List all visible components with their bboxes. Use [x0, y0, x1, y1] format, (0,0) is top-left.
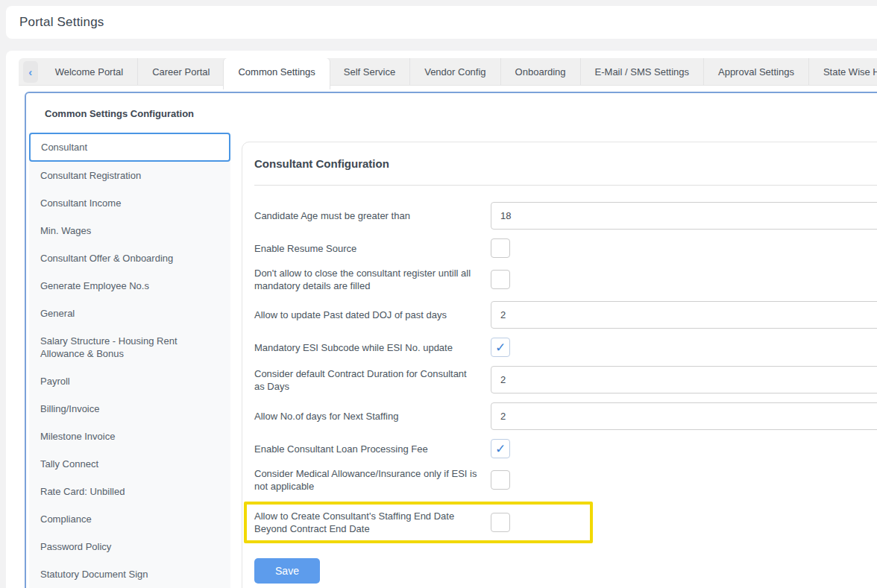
field-control — [491, 270, 877, 289]
sidebar-item-payroll[interactable]: Payroll — [29, 367, 230, 395]
sidebar-item-generate-employee-no-s[interactable]: Generate Employee No.s — [29, 272, 230, 300]
field-label: Enable Consultant Loan Processing Fee — [254, 443, 491, 455]
tab-label: Approval Settings — [718, 66, 794, 78]
tab-approval-settings[interactable]: Approval Settings — [703, 58, 808, 85]
tab-bar-tabs: Welcome Portal Career Portal Common Sett… — [41, 58, 877, 85]
sidebar-item-consultant-income[interactable]: Consultant Income — [29, 189, 230, 217]
text-input[interactable]: 2 — [491, 366, 877, 393]
sidebar-item-consultant-registration[interactable]: Consultant Registration — [29, 162, 230, 189]
tab-common-settings[interactable]: Common Settings — [224, 58, 329, 89]
consultant-config-card: Consultant Configuration Candidate Age m… — [242, 142, 877, 588]
common-settings-panel-title: Common Settings Configuration — [29, 105, 877, 133]
page-title: Portal Settings — [19, 15, 104, 30]
divider — [254, 185, 877, 186]
tab-e-mail-sms-settings[interactable]: E-Mail / SMS Settings — [580, 58, 703, 85]
tab-label: State Wise Holiday & — [823, 66, 877, 78]
form-row-consider-default-contract-duration: Consider default Contract Duration for C… — [254, 366, 877, 393]
field-control: 2 — [491, 301, 877, 329]
sidebar-item-statutory-document-sign[interactable]: Statutory Document Sign — [29, 560, 230, 588]
sidebar-item-label: General — [40, 308, 75, 319]
page-header: Portal Settings — [6, 6, 877, 39]
checkbox[interactable] — [491, 513, 510, 532]
tab-label: Welcome Portal — [55, 66, 124, 78]
text-input[interactable]: 2 — [491, 301, 877, 329]
tab-label: Common Settings — [238, 66, 315, 78]
field-label: Enable Resume Source — [254, 242, 491, 255]
tab-label: Vendor Config — [424, 66, 485, 78]
sidebar-item-label: Password Policy — [40, 541, 111, 552]
field-label: Allow to Create Consultant's Staffing En… — [254, 510, 491, 535]
form-row-mandatory-esi-subcode-while: Mandatory ESI Subcode while ESI No. upda… — [254, 338, 877, 357]
tab-career-portal[interactable]: Career Portal — [137, 58, 224, 85]
field-label: Don't allow to close the consultant regi… — [254, 267, 491, 292]
save-button[interactable]: Save — [254, 558, 320, 584]
sidebar-item-consultant[interactable]: Consultant — [29, 133, 230, 162]
tab-welcome-portal[interactable]: Welcome Portal — [41, 58, 138, 85]
sidebar-item-compliance[interactable]: Compliance — [29, 505, 230, 533]
field-control — [491, 513, 582, 532]
checkbox[interactable] — [491, 470, 510, 490]
field-control — [491, 470, 877, 490]
text-input[interactable]: 2 — [491, 402, 877, 430]
field-label: Allow to update Past dated DOJ of past d… — [254, 309, 491, 321]
main-card: ‹ Welcome Portal Career Portal Common Se… — [6, 51, 877, 588]
sidebar-item-consultant-offer-onboarding[interactable]: Consultant Offer & Onboarding — [29, 244, 230, 272]
tab-bar: ‹ Welcome Portal Career Portal Common Se… — [19, 58, 877, 86]
sidebar-item-billing-invoice[interactable]: Billing/Invoice — [29, 395, 230, 423]
checkbox[interactable] — [491, 238, 510, 258]
sidebar-item-label: Salary Structure - Housing Rent Allowanc… — [40, 335, 177, 359]
field-label: Candidate Age must be greater than — [254, 209, 491, 222]
sidebar-item-label: Rate Card: Unbilled — [40, 486, 125, 497]
field-control: ✓ — [491, 338, 877, 357]
sidebar-item-milestone-invoice[interactable]: Milestone Invoice — [29, 423, 230, 450]
field-label: Consider Medical Allowance/Insurance onl… — [254, 467, 491, 493]
text-input[interactable]: 18 — [491, 202, 877, 230]
consultant-config-title: Consultant Configuration — [254, 157, 877, 170]
field-control: 2 — [491, 402, 877, 430]
sidebar-item-salary-structure-housing-rent-allowance-bonus[interactable]: Salary Structure - Housing Rent Allowanc… — [29, 327, 230, 367]
sidebar-item-label: Consultant Income — [40, 197, 121, 209]
tab-label: E-Mail / SMS Settings — [595, 66, 689, 78]
checkbox[interactable]: ✓ — [491, 338, 510, 357]
checkbox[interactable]: ✓ — [491, 439, 510, 458]
tab-label: Career Portal — [152, 66, 210, 78]
sidebar-item-label: Generate Employee No.s — [40, 280, 149, 291]
form-row-don-t-allow-to: Don't allow to close the consultant regi… — [254, 267, 877, 292]
sidebar-item-label: Milestone Invoice — [40, 431, 115, 442]
tab-label: Onboarding — [515, 66, 566, 78]
checkbox[interactable] — [491, 270, 510, 289]
tab-onboarding[interactable]: Onboarding — [500, 58, 580, 85]
page: Portal Settings ‹ Welcome Portal Career … — [0, 0, 877, 588]
tab-label: Self Service — [344, 66, 395, 78]
common-settings-panel: Common Settings Configuration Consultant… — [25, 92, 877, 588]
form-row-allow-no-of-days: Allow No.of days for Next Staffing 2 — [254, 402, 877, 430]
sidebar-item-label: Min. Wages — [40, 225, 91, 236]
sidebar-item-label: Consultant Offer & Onboarding — [40, 253, 173, 264]
sidebar-item-label: Tally Connect — [40, 458, 98, 470]
sidebar-item-min-wages[interactable]: Min. Wages — [29, 217, 230, 244]
sidebar-item-general[interactable]: General — [29, 300, 230, 327]
sidebar-item-label: Statutory Document Sign — [40, 569, 148, 580]
tab-state-wise-holiday[interactable]: State Wise Holiday & — [808, 58, 877, 85]
form-row-enable-consultant-loan-processing: Enable Consultant Loan Processing Fee ✓ — [254, 439, 877, 458]
sidebar-item-label: Consultant Registration — [40, 170, 141, 181]
field-control: 18 — [491, 202, 877, 230]
field-control — [491, 238, 877, 258]
form-rows: Candidate Age must be greater than 18 En… — [254, 202, 877, 543]
tab-vendor-config[interactable]: Vendor Config — [409, 58, 500, 85]
tabs-scroll-left-button[interactable]: ‹ — [23, 61, 38, 83]
field-label: Mandatory ESI Subcode while ESI No. upda… — [254, 341, 491, 354]
sidebar-item-rate-card-unbilled[interactable]: Rate Card: Unbilled — [29, 478, 230, 505]
tab-self-service[interactable]: Self Service — [330, 58, 409, 85]
field-label: Consider default Contract Duration for C… — [254, 367, 491, 393]
form-row-candidate-age-must-be: Candidate Age must be greater than 18 — [254, 202, 877, 230]
form-row-allow-to-create-consultant: Allow to Create Consultant's Staffing En… — [244, 502, 593, 543]
sidebar-item-label: Payroll — [40, 376, 70, 387]
sidebar-item-tally-connect[interactable]: Tally Connect — [29, 450, 230, 478]
sidebar-item-label: Compliance — [40, 513, 92, 525]
sidebar-item-password-policy[interactable]: Password Policy — [29, 533, 230, 560]
form-row-consider-medical-allowance-insurance: Consider Medical Allowance/Insurance onl… — [254, 467, 877, 493]
sidebar-item-label: Consultant — [41, 142, 87, 153]
form-row-allow-to-update-past: Allow to update Past dated DOJ of past d… — [254, 301, 877, 329]
common-settings-panel-body: Consultant Consultant Registration Consu… — [29, 133, 877, 588]
